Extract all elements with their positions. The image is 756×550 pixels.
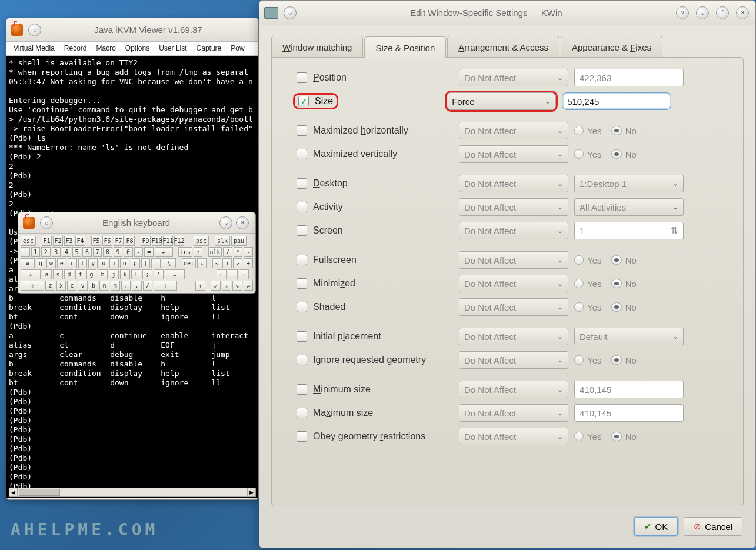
obey-no-radio[interactable]: [611, 432, 622, 441]
minimized-no-radio[interactable]: [611, 279, 622, 288]
menu-capture[interactable]: Capture: [192, 42, 227, 55]
shaded-yes-radio[interactable]: [574, 302, 584, 312]
maxsize-checkbox[interactable]: [297, 408, 307, 418]
desktop-checkbox[interactable]: [297, 178, 307, 189]
kwin-titlebar[interactable]: ○ Edit Window-Specific Settings — KWin ?…: [259, 1, 755, 25]
minimize-icon[interactable]: ⌄: [696, 6, 709, 19]
initplace-checkbox[interactable]: [297, 331, 307, 342]
minimize-icon[interactable]: ⌄: [219, 216, 232, 229]
initplace-mode-select[interactable]: Do Not Affect⌄: [459, 328, 568, 345]
menu-options[interactable]: Options: [121, 42, 154, 55]
chevron-down-icon: ⌄: [672, 179, 678, 188]
help-icon[interactable]: ?: [676, 6, 689, 19]
tab-size-position[interactable]: Size & Position: [364, 36, 446, 58]
fullscreen-yes-radio[interactable]: [574, 255, 584, 265]
shaded-mode-select[interactable]: Do Not Affect⌄: [459, 298, 568, 316]
chevron-down-icon: ⌄: [557, 332, 563, 341]
initplace-value-select[interactable]: Default⌄: [574, 328, 684, 345]
position-value-input[interactable]: 422,363: [574, 69, 684, 86]
terminal-hscroll[interactable]: ◀ ▶: [9, 488, 256, 497]
chevron-down-icon: ⌄: [557, 385, 563, 394]
ignoregeom-checkbox[interactable]: [297, 355, 307, 365]
fullscreen-mode-select[interactable]: Do Not Affect⌄: [459, 251, 568, 269]
screen-mode-select[interactable]: Do Not Affect⌄: [459, 222, 568, 239]
bubble-icon[interactable]: ○: [284, 6, 297, 19]
scroll-thumb[interactable]: [19, 489, 60, 496]
fullscreen-no-radio[interactable]: [611, 255, 622, 265]
ignoregeom-no-radio[interactable]: [611, 355, 622, 365]
maxh-checkbox[interactable]: [297, 125, 307, 136]
menu-user-list[interactable]: User List: [154, 42, 191, 55]
ignoregeom-mode-select[interactable]: Do Not Affect⌄: [459, 351, 568, 369]
size-mode-select[interactable]: Force⌄: [447, 92, 556, 110]
spinner-icon: ⇅: [671, 225, 678, 236]
desktop-mode-select[interactable]: Do Not Affect⌄: [459, 175, 568, 192]
cancel-icon: ⊘: [694, 521, 701, 532]
minimized-checkbox[interactable]: [297, 278, 307, 289]
activity-checkbox[interactable]: [297, 202, 307, 212]
position-checkbox[interactable]: [297, 72, 307, 83]
maxh-mode-select[interactable]: Do Not Affect⌄: [459, 122, 568, 139]
shaded-checkbox[interactable]: [297, 302, 307, 312]
minimized-mode-select[interactable]: Do Not Affect⌄: [459, 275, 568, 292]
tab-window-matching[interactable]: Window matching: [271, 36, 363, 57]
chevron-down-icon: ⌄: [557, 279, 563, 288]
bubble-icon[interactable]: ○: [40, 216, 53, 229]
maxv-yes-radio[interactable]: [574, 149, 584, 159]
obey-mode-select[interactable]: Do Not Affect⌄: [459, 428, 568, 445]
maxv-no-radio[interactable]: [611, 149, 622, 159]
menu-record[interactable]: Record: [59, 42, 92, 55]
ok-button[interactable]: ✔OK: [634, 517, 678, 536]
key-esc[interactable]: esc: [21, 236, 36, 246]
chevron-down-icon: ⌄: [545, 97, 551, 105]
maxsize-mode-select[interactable]: Do Not Affect⌄: [459, 404, 568, 422]
activity-mode-select[interactable]: Do Not Affect⌄: [459, 198, 568, 216]
minsize-checkbox[interactable]: [297, 384, 307, 395]
shaded-no-radio[interactable]: [611, 302, 622, 312]
minsize-mode-select[interactable]: Do Not Affect⌄: [459, 381, 568, 398]
activity-value-select[interactable]: All Activities⌄: [574, 198, 684, 216]
ignoregeom-yes-radio[interactable]: [574, 355, 584, 365]
activity-label: Activity: [313, 202, 453, 212]
keyboard-titlebar[interactable]: ○ English keyboard ⌄ ✕: [18, 212, 255, 234]
fullscreen-checkbox[interactable]: [297, 255, 307, 265]
close-icon[interactable]: ✕: [236, 216, 249, 229]
tab-appearance-fixes[interactable]: Appearance & Fixes: [561, 36, 662, 57]
size-checkbox[interactable]: [298, 96, 309, 106]
obey-label: Obey geometry restrictions: [313, 431, 453, 442]
minsize-label: Minimum size: [313, 384, 453, 395]
maxv-mode-select[interactable]: Do Not Affect⌄: [459, 145, 568, 163]
maxsize-value-input[interactable]: 410,145: [574, 404, 684, 422]
minsize-value-input[interactable]: 410,145: [574, 381, 684, 398]
screen-checkbox[interactable]: [297, 225, 307, 236]
maxh-no-radio[interactable]: [611, 126, 622, 135]
tab-arrangement-access[interactable]: Arrangement & Access: [447, 36, 559, 57]
cancel-button[interactable]: ⊘Cancel: [684, 517, 742, 536]
position-mode-select[interactable]: Do Not Affect⌄: [459, 69, 568, 86]
obey-yes-radio[interactable]: [574, 432, 584, 441]
obey-checkbox[interactable]: [297, 431, 307, 442]
ikvm-menubar: Virtual Media Record Macro Options User …: [6, 42, 258, 56]
ikvm-titlebar[interactable]: ○ Java iKVM Viewer v1.69.37: [6, 18, 258, 42]
maxv-checkbox[interactable]: [297, 149, 307, 159]
chevron-down-icon: ⌄: [557, 303, 563, 311]
check-icon: ✔: [644, 521, 652, 532]
menu-virtual-media[interactable]: Virtual Media: [9, 42, 59, 55]
scroll-left-icon[interactable]: ◀: [9, 488, 18, 496]
minimized-yes-radio[interactable]: [574, 279, 584, 288]
screen-value-spinner[interactable]: 1⇅: [574, 222, 684, 239]
menu-power[interactable]: Pow: [226, 42, 249, 55]
position-label: Position: [313, 72, 453, 83]
maxh-yes-radio[interactable]: [574, 126, 584, 135]
bubble-icon[interactable]: ○: [28, 24, 41, 36]
size-value-input[interactable]: 510,245: [562, 92, 671, 110]
key-f1[interactable]: F1: [42, 236, 52, 246]
keyboard-window[interactable]: ○ English keyboard ⌄ ✕ esc F1F2F3F4 F5F6…: [18, 212, 256, 294]
desktop-value-select[interactable]: 1:Desktop 1⌄: [574, 175, 684, 192]
java-icon: [23, 217, 35, 229]
close-icon[interactable]: ✕: [736, 6, 749, 19]
menu-macro[interactable]: Macro: [92, 42, 121, 55]
scroll-right-icon[interactable]: ▶: [247, 488, 255, 496]
maximize-icon[interactable]: ⌃: [716, 6, 729, 19]
screen-label: Screen: [313, 225, 453, 236]
